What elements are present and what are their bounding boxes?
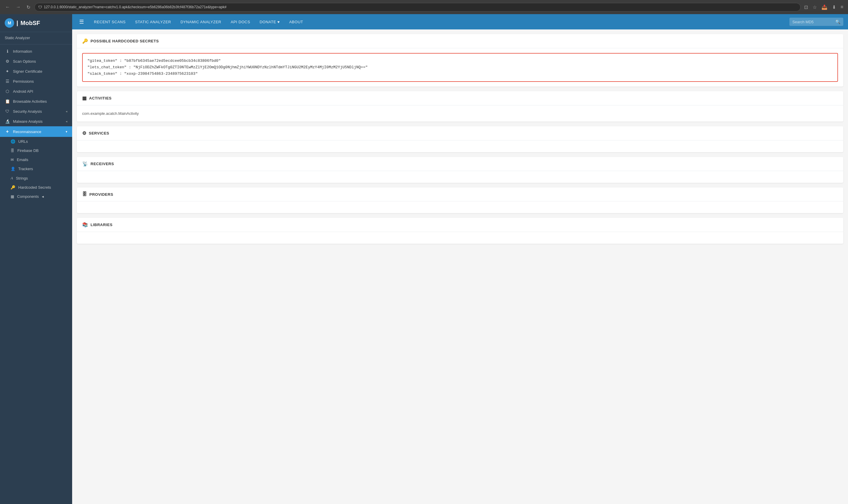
sidebar-item-label: Malware Analysis [13, 119, 42, 124]
security-icon: 🛡 [5, 109, 10, 114]
address-text: 127.0.0.1:8000/static_analyzer/?name=cat… [44, 5, 797, 9]
sidebar-sub-item-hardcoded-secrets[interactable]: 🔑 Hardcoded Secrets [0, 183, 72, 192]
shield-icon: 🛡 [38, 5, 42, 10]
card-title-hardcoded-secrets: POSSIBLE HARDCODED SECRETS [91, 39, 159, 43]
sidebar-sub-item-components[interactable]: ▦ Components ◂ [0, 192, 72, 201]
sidebar-sub-item-label: Strings [16, 176, 28, 180]
card-header-hardcoded-secrets: 🔑 POSSIBLE HARDCODED SECRETS [77, 34, 843, 48]
bookmark-button[interactable]: ☆ [811, 4, 818, 11]
sidebar-item-label: Android API [13, 89, 33, 94]
search-box[interactable]: 🔍 [789, 18, 843, 26]
activity-text: com.example.acatch.MainActivity [82, 110, 838, 117]
receivers-icon: 📡 [82, 161, 88, 167]
firebase-icon: 🗄 [11, 148, 14, 153]
search-input[interactable] [792, 20, 834, 24]
sidebar-item-malware-analysis[interactable]: 🔬 Malware Analysis ◂ [0, 116, 72, 126]
sidebar-sub-item-label: Firebase DB [17, 148, 39, 153]
card-body-libraries [77, 232, 843, 244]
menu-button[interactable]: ≡ [840, 4, 845, 10]
reader-button[interactable]: ⊡ [803, 4, 809, 11]
secret-line-2: "lets_chat_token" : "NjFiODZhZWFkOTg0ZTI… [88, 64, 833, 71]
chevron-icon: ▾ [66, 130, 68, 134]
sidebar-item-label: Reconnaissance [13, 129, 41, 134]
nav-recent-scans[interactable]: RECENT SCANS [90, 17, 130, 26]
nav-api-docs[interactable]: API DOCS [227, 17, 254, 26]
sidebar-sub-item-urls[interactable]: 🌐 URLs [0, 137, 72, 146]
brand-logo: M [5, 18, 14, 28]
sidebar-item-information[interactable]: ℹ Information [0, 46, 72, 56]
hardcoded-secrets-icon: 🔑 [11, 185, 15, 190]
sidebar-sub-item-label: Hardcoded Secrets [18, 185, 51, 190]
nav-about[interactable]: ABOUT [285, 17, 307, 26]
sidebar-sub-item-label: Emails [17, 158, 28, 162]
sidebar-sub-item-strings[interactable]: A Strings [0, 174, 72, 183]
card-title-libraries: LIBRARIES [91, 222, 113, 227]
card-libraries: 📚 LIBRARIES [77, 218, 843, 244]
pocket-button[interactable]: 📥 [820, 4, 829, 11]
sidebar-sub-item-trackers[interactable]: 👤 Trackers [0, 164, 72, 174]
scan-options-icon: ⚙ [5, 59, 10, 64]
card-hardcoded-secrets: 🔑 POSSIBLE HARDCODED SECRETS "gitea_toke… [77, 34, 843, 87]
android-api-icon: ⬡ [5, 89, 10, 94]
sidebar-sub-item-firebase-db[interactable]: 🗄 Firebase DB [0, 146, 72, 155]
card-header-providers: 🗄 PROVIDERS [77, 187, 843, 201]
browser-toolbar-icons: ⊡ ☆ 📥 ⬇ ≡ [803, 4, 845, 11]
sidebar-item-security-analysis[interactable]: 🛡 Security Analysis ◂ [0, 106, 72, 116]
sidebar-item-signer-certificate[interactable]: ✦ Signer Certificate [0, 66, 72, 76]
reconnaissance-icon: + [5, 129, 10, 134]
sidebar-divider-top [0, 44, 72, 44]
chevron-icon: ◂ [66, 120, 68, 123]
address-bar[interactable]: 🛡 127.0.0.1:8000/static_analyzer/?name=c… [34, 3, 800, 12]
providers-icon: 🗄 [82, 192, 87, 197]
card-body-providers [77, 201, 843, 213]
sidebar-sub-item-emails[interactable]: ✉ Emails [0, 155, 72, 164]
sidebar-item-permissions[interactable]: ☰ Permissions [0, 76, 72, 86]
card-title-receivers: RECEIVERS [91, 162, 114, 166]
search-icon: 🔍 [835, 19, 840, 24]
malware-icon: 🔬 [5, 119, 10, 124]
activities-icon: ▦ [82, 95, 87, 101]
key-icon: 🔑 [82, 38, 88, 44]
card-title-services: SERVICES [89, 131, 110, 136]
chevron-icon: ◂ [42, 194, 44, 199]
brand-separator: | [17, 20, 18, 26]
main-area: ☰ RECENT SCANS STATIC ANALYZER DYNAMIC A… [72, 14, 848, 504]
card-header-services: ⚙ SERVICES [77, 126, 843, 140]
sidebar-item-label: Scan Options [13, 59, 36, 64]
sidebar-item-reconnaissance[interactable]: + Reconnaissance ▾ [0, 126, 72, 137]
sidebar-item-scan-options[interactable]: ⚙ Scan Options [0, 56, 72, 66]
trackers-icon: 👤 [11, 167, 15, 171]
hamburger-button[interactable]: ☰ [77, 16, 86, 28]
card-header-activities: ▦ ACTIVITIES [77, 91, 843, 105]
sidebar: M | MobSF Static Analyzer ℹ Information … [0, 14, 72, 504]
brand-name: MobSF [21, 20, 40, 26]
sidebar-item-android-api[interactable]: ⬡ Android API [0, 86, 72, 96]
reload-button[interactable]: ↻ [25, 3, 32, 11]
forward-button[interactable]: → [14, 3, 22, 11]
sidebar-item-label: Permissions [13, 79, 34, 84]
sidebar-breadcrumb: Static Analyzer [0, 32, 72, 42]
card-header-libraries: 📚 LIBRARIES [77, 218, 843, 232]
nav-dynamic-analyzer[interactable]: DYNAMIC ANALYZER [176, 17, 225, 26]
emails-icon: ✉ [11, 158, 14, 162]
sidebar-sub-item-label: Components [17, 194, 39, 199]
card-title-providers: PROVIDERS [90, 192, 113, 197]
download-button[interactable]: ⬇ [831, 4, 837, 11]
sidebar-item-label: Signer Certificate [13, 69, 42, 74]
secret-line-1: "gitea_token" : "b87bfb6345ae72ed5ecdcee… [88, 58, 833, 64]
sidebar-item-label: Information [13, 49, 32, 54]
nav-static-analyzer[interactable]: STATIC ANALYZER [131, 17, 175, 26]
main-content: 🔑 POSSIBLE HARDCODED SECRETS "gitea_toke… [72, 30, 848, 504]
secret-line-3: "slack_token" : "xoxp-23984754863-234897… [88, 71, 833, 77]
card-body-hardcoded-secrets: "gitea_token" : "b87bfb6345ae72ed5ecdcee… [77, 48, 843, 87]
sidebar-sub-item-label: Trackers [18, 167, 33, 171]
card-title-activities: ACTIVITIES [89, 96, 112, 101]
urls-icon: 🌐 [11, 139, 15, 144]
back-button[interactable]: ← [3, 3, 12, 11]
sidebar-item-browsable-activities[interactable]: 📋 Browsable Activities [0, 96, 72, 106]
permissions-icon: ☰ [5, 79, 10, 84]
sidebar-sub-item-label: URLs [18, 139, 28, 144]
strings-icon: A [11, 176, 13, 180]
nav-donate[interactable]: DONATE ♥ [256, 17, 284, 26]
brand: M | MobSF [0, 14, 72, 32]
